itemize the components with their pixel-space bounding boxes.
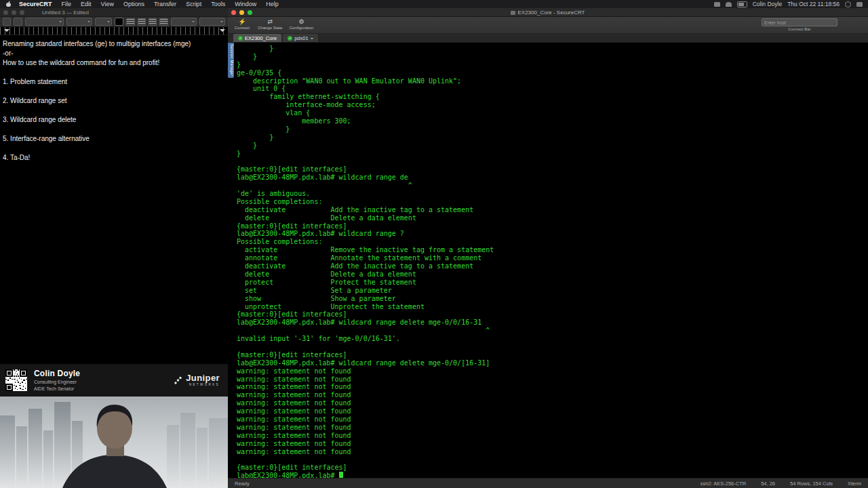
- toolbar-button[interactable]: ⚡ Connect: [233, 18, 251, 30]
- terminal-titlebar: EX2300_Core - SecureCRT: [228, 8, 868, 17]
- terminal-line: }: [237, 45, 868, 53]
- notes-format-toolbar: [0, 17, 228, 27]
- menu-item[interactable]: SecureCRT: [14, 0, 57, 8]
- style-button-2[interactable]: [14, 18, 22, 26]
- menu-item[interactable]: Transfer: [149, 0, 181, 8]
- terminal-body: Session Manager } }}ge-0/0/35 { descript…: [228, 43, 868, 478]
- menu-bar-status: Colin Doyle Thu Oct 22 11:18:56: [714, 1, 868, 7]
- terminal-line: {master:0}[edit interfaces]: [237, 310, 868, 319]
- terminal-line: warning: statement not found: [237, 375, 868, 384]
- ruler: [0, 27, 228, 35]
- battery-icon[interactable]: [737, 1, 747, 7]
- toolbar-button[interactable]: ⚙ Configuration: [290, 18, 314, 30]
- terminal-line: delete Delete a data element: [237, 214, 868, 222]
- terminal-line: 'de' is ambiguous.: [237, 190, 868, 198]
- terminal-line: family ethernet-switching {: [237, 93, 868, 101]
- align-right-button[interactable]: [149, 18, 157, 26]
- session-tabs: ✓ EX2300_Core ✓ pdx01: [228, 34, 868, 43]
- toolbar-button-label: Configuration: [290, 26, 314, 30]
- line-spacing-dropdown[interactable]: [171, 18, 197, 26]
- terminal-line: ge-0/0/35 {: [237, 69, 868, 77]
- presenter-role-2: AIDE Tech Senator: [34, 386, 80, 391]
- terminal-line: warning: statement not found: [237, 367, 868, 375]
- apple-menu-icon[interactable]: [6, 1, 12, 7]
- display-icon[interactable]: [714, 2, 720, 7]
- terminal-line: deactivate Add the inactive tag to a sta…: [237, 262, 868, 270]
- minimize-button[interactable]: [12, 10, 16, 15]
- menu-item[interactable]: Tools: [206, 0, 230, 8]
- menu-item[interactable]: Edit: [76, 0, 96, 8]
- terminal-line: [237, 343, 868, 351]
- status-segment: 54 Rows, 154 Cols: [790, 481, 833, 487]
- wifi-icon[interactable]: [726, 2, 732, 7]
- terminal-cursor: [339, 472, 343, 478]
- style-button[interactable]: [3, 18, 11, 26]
- terminal-line: {master:0}[edit interfaces]: [237, 351, 868, 359]
- terminal-line: ^: [237, 182, 868, 190]
- terminal-line: description "WAN0 out to WAN Emulator WA…: [237, 77, 868, 85]
- menu-item[interactable]: View: [96, 0, 119, 8]
- notes-titlebar: Untitled 3 — Edited: [0, 8, 228, 17]
- session-tab[interactable]: ✓ pdx01: [283, 34, 317, 42]
- toolbar-button-icon: ⚡: [238, 18, 245, 25]
- terminal-line: }: [237, 150, 868, 158]
- terminal-line: Possible completions:: [237, 198, 868, 206]
- menu-user-name[interactable]: Colin Doyle: [753, 1, 782, 7]
- terminal-line: lab@EX2300-48MP.pdx.lab#: [237, 472, 868, 478]
- toolbar-button[interactable]: ⇄ Change State: [258, 18, 283, 30]
- screen: SecureCRTFileEditViewOptionsTransferScri…: [0, 0, 868, 488]
- font-family-dropdown[interactable]: [25, 18, 64, 26]
- text-color-well[interactable]: [115, 18, 123, 26]
- juniper-networks-label: NETWORKS: [186, 384, 220, 387]
- terminal-line: ^: [237, 327, 868, 335]
- align-justify-button[interactable]: [159, 18, 167, 26]
- agenda-item: 4. Ta-Da!: [3, 153, 228, 163]
- menu-clock[interactable]: Thu Oct 22 11:18:56: [787, 1, 840, 7]
- font-style-dropdown[interactable]: [66, 18, 92, 26]
- terminal-line: [237, 455, 868, 464]
- notes-line: -or-: [3, 49, 228, 58]
- connect-host-input[interactable]: [762, 18, 837, 26]
- terminal-line: }: [237, 125, 868, 134]
- menu-item[interactable]: File: [57, 0, 77, 8]
- agenda-item: 2. Wildcard range set: [3, 96, 228, 106]
- presenter-identity: Colin Doyle Consulting Engineer AIDE Tec…: [34, 369, 80, 391]
- terminal-line: lab@EX2300-48MP.pdx.lab# wildcard range …: [237, 319, 868, 327]
- notes-text-area[interactable]: Renaming standard interfaces (ge) to mul…: [0, 35, 228, 163]
- securecrt-window: EX2300_Core - SecureCRT ⚡ Connect ⇄ Chan…: [228, 8, 868, 488]
- terminal-line: unprotect Unprotect the statement: [237, 303, 868, 311]
- terminal-statusbar: Ready ssh2: AES-256-CTR54, 2654 Rows, 15…: [228, 478, 868, 488]
- toolbar-button-label: Change State: [258, 26, 283, 30]
- apple-body: [6, 3, 11, 7]
- menu-item[interactable]: Window: [230, 0, 261, 8]
- ruler-left-marker[interactable]: [4, 29, 9, 35]
- qr-code: [5, 369, 27, 391]
- agenda-item: 1. Problem statement: [3, 77, 228, 87]
- session-tab[interactable]: ✓ EX2300_Core: [233, 34, 281, 42]
- spotlight-icon[interactable]: [845, 1, 851, 7]
- menu-item[interactable]: Options: [119, 0, 149, 8]
- font-size-dropdown[interactable]: [95, 18, 112, 26]
- terminal-line: lab@EX2300-48MP.pdx.lab# wildcard range …: [237, 174, 868, 182]
- terminal-line: }: [237, 61, 868, 69]
- menu-item[interactable]: Script: [181, 0, 206, 8]
- presenter-scene: [0, 396, 228, 488]
- session-tab-label: pdx01: [294, 35, 308, 41]
- align-left-button[interactable]: [126, 18, 134, 26]
- close-button[interactable]: [3, 10, 8, 15]
- notes-line: How to use the wildcard command for fun …: [3, 58, 228, 68]
- notes-line: Renaming standard interfaces (ge) to mul…: [3, 39, 228, 49]
- chevron-down-icon: [311, 38, 313, 41]
- list-style-dropdown[interactable]: [199, 18, 225, 26]
- notification-center-icon[interactable]: [856, 2, 863, 7]
- align-center-button[interactable]: [138, 18, 146, 26]
- agenda-item: 5. Interface-range alternative: [3, 134, 228, 144]
- terminal-window-title: EX2300_Core - SecureCRT: [228, 9, 868, 16]
- ruler-right-marker[interactable]: [220, 29, 225, 35]
- menu-item[interactable]: Help: [261, 0, 283, 8]
- presenter-name: Colin Doyle: [34, 369, 80, 378]
- zoom-button[interactable]: [20, 10, 24, 15]
- notes-agenda: 1. Problem statement2. Wildcard range se…: [3, 77, 228, 163]
- terminal-output[interactable]: } }}ge-0/0/35 { description "WAN0 out to…: [228, 43, 868, 478]
- terminal-line: warning: statement not found: [237, 415, 868, 424]
